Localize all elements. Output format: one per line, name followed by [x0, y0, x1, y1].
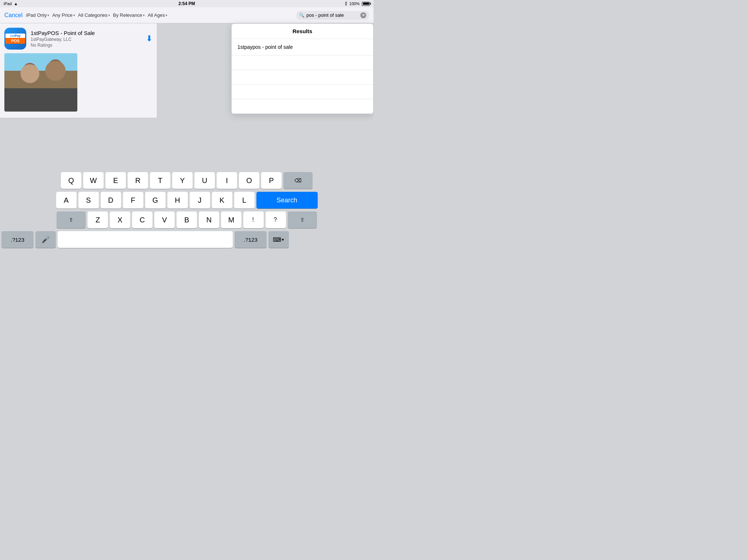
search-key[interactable]: Search	[256, 192, 318, 209]
keyboard-row-3: ⇧ Z X C V B N M !, ?. ⇧	[1, 211, 372, 228]
key-shift-left[interactable]: ⇧	[57, 211, 86, 228]
status-bar: iPad ▲ 2:54 PM ₿ 100%	[0, 0, 374, 7]
app-rating: No Ratings	[31, 43, 142, 48]
key-D[interactable]: D	[101, 192, 121, 209]
key-K[interactable]: K	[212, 192, 232, 209]
key-I[interactable]: I	[217, 172, 237, 189]
key-exclaim[interactable]: !,	[243, 211, 264, 228]
key-O[interactable]: O	[239, 172, 259, 189]
results-dropdown: Results 1stpaypos - point of sale	[231, 23, 374, 114]
key-question[interactable]: ?.	[266, 211, 286, 228]
chevron-down-icon: ▾	[166, 13, 167, 17]
status-time: 2:54 PM	[178, 1, 195, 6]
key-F[interactable]: F	[123, 192, 143, 209]
wifi-icon: ▲	[14, 1, 18, 6]
key-W[interactable]: W	[83, 172, 104, 189]
search-icon: 🔍	[299, 13, 305, 18]
result-item-3	[232, 85, 373, 99]
app-panel: 1stPay POS 1stPayPOS - Point of Sale 1st…	[0, 23, 157, 118]
key-B[interactable]: B	[177, 211, 197, 228]
status-left: iPad ▲	[4, 1, 18, 6]
app-icon: 1stPay POS	[4, 28, 26, 50]
download-button[interactable]: ⬇	[146, 34, 152, 43]
key-S[interactable]: S	[78, 192, 99, 209]
key-mic[interactable]: 🎤	[35, 231, 56, 248]
key-P[interactable]: P	[261, 172, 282, 189]
nav-filters: iPad Only ▾ Any Price ▾ All Categories ▾…	[26, 12, 293, 18]
cancel-button[interactable]: Cancel	[4, 12, 23, 19]
keyboard-bottom-row: .?123 🎤 .?123 ⌨▼	[1, 231, 372, 248]
result-item-2	[232, 70, 373, 85]
key-numbers-left[interactable]: .?123	[1, 231, 34, 248]
bluetooth-icon: ₿	[345, 1, 347, 6]
key-N[interactable]: N	[199, 211, 219, 228]
app-developer: 1stPayGateway, LLC	[31, 37, 142, 42]
results-header: Results	[232, 24, 373, 39]
key-A[interactable]: A	[56, 192, 77, 209]
key-space[interactable]	[58, 231, 233, 248]
result-item-1	[232, 55, 373, 70]
key-numbers-right[interactable]: .?123	[235, 231, 267, 248]
search-box[interactable]: 🔍 pos - point of sale ✕	[296, 11, 369, 20]
key-M[interactable]: M	[221, 211, 241, 228]
battery-icon	[362, 2, 370, 6]
key-keyboard-dismiss[interactable]: ⌨▼	[268, 231, 289, 248]
search-input-value[interactable]: pos - point of sale	[306, 12, 359, 18]
app-icon-label: POS	[5, 38, 25, 44]
key-Q[interactable]: Q	[61, 172, 81, 189]
filter-all-ages[interactable]: All Ages ▾	[148, 12, 167, 18]
status-right: ₿ 100%	[345, 1, 370, 6]
main-content: 1stPay POS 1stPayPOS - Point of Sale 1st…	[0, 23, 374, 280]
filter-ipad-only[interactable]: iPad Only ▾	[26, 12, 49, 18]
chevron-down-icon: ▾	[73, 13, 75, 17]
key-Y[interactable]: Y	[172, 172, 193, 189]
filter-all-categories[interactable]: All Categories ▾	[78, 12, 110, 18]
filter-by-relevance[interactable]: By Relevance ▾	[113, 12, 145, 18]
chevron-down-icon: ▾	[143, 13, 145, 17]
keyboard: Q W E R T Y U I O P ⌫ A S D F G H J K L …	[0, 169, 374, 280]
screenshot-image	[4, 53, 77, 112]
result-item-4	[232, 99, 373, 114]
key-H[interactable]: H	[167, 192, 188, 209]
key-R[interactable]: R	[128, 172, 148, 189]
chevron-down-icon: ▾	[47, 13, 49, 17]
key-X[interactable]: X	[110, 211, 130, 228]
key-T[interactable]: T	[150, 172, 170, 189]
chevron-down-icon: ▾	[108, 13, 110, 17]
key-U[interactable]: U	[194, 172, 215, 189]
app-name: 1stPayPOS - Point of Sale	[31, 30, 142, 36]
key-G[interactable]: G	[145, 192, 166, 209]
nav-bar: Cancel iPad Only ▾ Any Price ▾ All Categ…	[0, 7, 374, 23]
search-clear-button[interactable]: ✕	[360, 12, 366, 18]
keyboard-row-1: Q W E R T Y U I O P ⌫	[1, 172, 372, 189]
key-L[interactable]: L	[234, 192, 255, 209]
keyboard-row-2: A S D F G H J K L Search	[1, 192, 372, 209]
key-C[interactable]: C	[132, 211, 152, 228]
key-E[interactable]: E	[105, 172, 126, 189]
divider	[157, 23, 157, 118]
filter-any-price[interactable]: Any Price ▾	[52, 12, 75, 18]
key-shift-right[interactable]: ⇧	[288, 211, 317, 228]
device-label: iPad	[4, 1, 12, 6]
result-item-0[interactable]: 1stpaypos - point of sale	[232, 39, 373, 55]
key-Z[interactable]: Z	[88, 211, 108, 228]
battery-percent: 100%	[349, 1, 360, 6]
app-screenshot	[4, 53, 77, 112]
key-J[interactable]: J	[190, 192, 210, 209]
key-backspace[interactable]: ⌫	[283, 172, 313, 189]
key-V[interactable]: V	[154, 211, 175, 228]
app-info: 1stPayPOS - Point of Sale 1stPayGateway,…	[31, 30, 142, 48]
app-header: 1stPay POS 1stPayPOS - Point of Sale 1st…	[4, 28, 152, 50]
